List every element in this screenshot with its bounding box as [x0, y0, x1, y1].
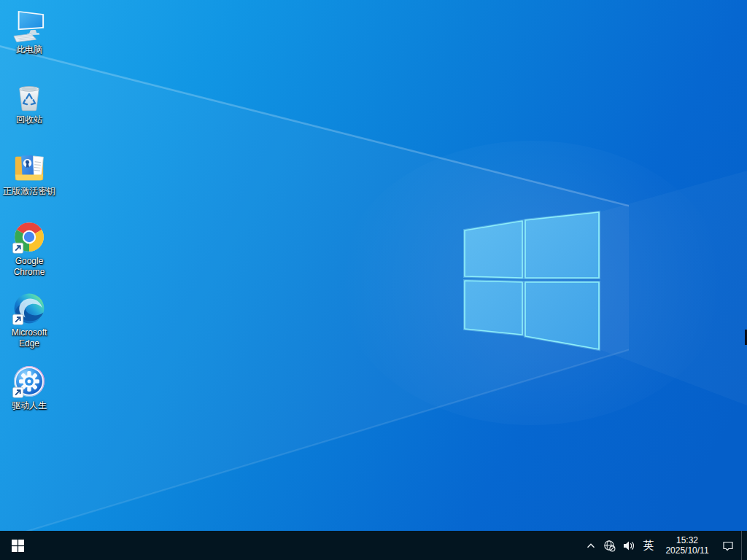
desktop-icon-microsoft-edge[interactable]: Microsoft Edge: [1, 292, 58, 349]
shortcut-arrow-badge: [13, 314, 23, 324]
wallpaper: [0, 0, 747, 531]
volume-button[interactable]: [619, 531, 638, 560]
shortcut-arrow-badge: [13, 243, 23, 253]
desktop-icon-label: 回收站: [1, 114, 58, 125]
desktop-icon-activation-key[interactable]: 正版激活密钥: [1, 150, 58, 197]
windows-logo-icon: [12, 540, 24, 552]
microsoft-edge-icon: [12, 292, 46, 325]
show-desktop-button[interactable]: [741, 531, 747, 560]
desktop-icon-label: 驱动人生: [1, 400, 58, 411]
ime-indicator[interactable]: 英: [638, 531, 659, 560]
show-hidden-icons-button[interactable]: [582, 531, 600, 560]
desktop-icon-label: 此电脑: [1, 44, 58, 55]
desktop-icon-label: 正版激活密钥: [1, 186, 58, 197]
taskbar-clock[interactable]: 15:32 2025/10/11: [659, 531, 715, 560]
taskbar-empty-area: [35, 531, 582, 560]
driver-life-icon: [12, 365, 46, 398]
action-center-button[interactable]: [715, 531, 741, 560]
desktop-icon-google-chrome[interactable]: Google Chrome: [1, 220, 58, 278]
this-pc-icon: [12, 9, 46, 42]
desktop-icon-this-pc[interactable]: 此电脑: [1, 9, 58, 55]
globe-no-internet-icon: [603, 540, 616, 552]
taskbar: 英 15:32 2025/10/11: [0, 531, 747, 560]
windows-logo: [465, 212, 599, 349]
desktop: 此电脑 回收站: [0, 0, 747, 531]
desktop-icon-recycle-bin[interactable]: 回收站: [1, 79, 58, 125]
tray-time: 15:32: [676, 535, 698, 545]
desktop-icon-driver-life[interactable]: 驱动人生: [1, 365, 58, 411]
google-chrome-icon: [12, 220, 46, 254]
start-button[interactable]: [0, 531, 35, 560]
desktop-icon-label: Google Chrome: [1, 256, 58, 278]
tray-date: 2025/10/11: [665, 545, 708, 556]
activation-key-folder-icon: [12, 150, 46, 184]
recycle-bin-icon: [12, 79, 46, 112]
shortcut-arrow-badge: [13, 387, 23, 397]
system-tray: 英 15:32 2025/10/11: [582, 531, 747, 560]
desktop-icon-label: Microsoft Edge: [1, 327, 58, 349]
chevron-up-icon: [586, 541, 596, 551]
speaker-icon: [622, 540, 635, 552]
notification-bubble-icon: [721, 540, 735, 552]
network-status-button[interactable]: [600, 531, 619, 560]
